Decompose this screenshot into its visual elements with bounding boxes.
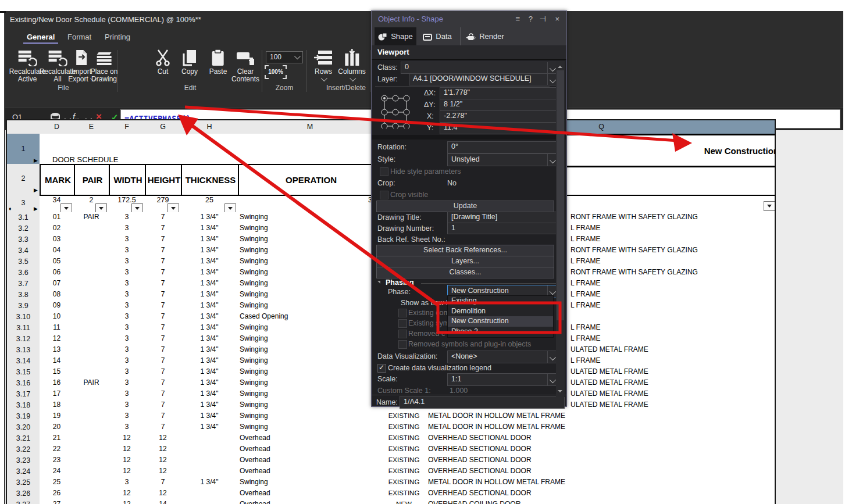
column-header-M[interactable]: M <box>238 120 383 134</box>
cell-d[interactable]: 03 <box>40 234 74 246</box>
cell-g[interactable]: 12 <box>145 466 181 478</box>
cell-e[interactable] <box>74 444 109 456</box>
cell-g[interactable]: 7 <box>145 400 181 412</box>
cell-status[interactable]: EXISTING <box>382 444 426 456</box>
cell-d[interactable]: 24 <box>40 466 74 478</box>
cell-d[interactable]: 17 <box>40 389 74 401</box>
cell-g[interactable]: 7 <box>145 345 181 356</box>
row-header[interactable]: 3.21 <box>7 433 40 445</box>
style-select[interactable]: Unstyled <box>447 153 558 166</box>
cell-f[interactable]: 3 <box>109 389 145 401</box>
select-back-references-button[interactable]: Select Back References... <box>376 245 554 256</box>
pin-icon[interactable]: ⊣ <box>540 11 546 27</box>
cell-g[interactable]: 12 <box>145 455 181 467</box>
cell-g[interactable]: 7 <box>145 256 181 268</box>
cell-f[interactable]: 3 <box>109 422 145 434</box>
cell-g[interactable]: 7 <box>145 334 181 345</box>
row-header[interactable]: 3.5 <box>7 256 40 268</box>
cell-d[interactable]: 27 <box>40 499 74 504</box>
cell-f[interactable]: 3 <box>109 356 145 367</box>
cell-f[interactable]: 3 <box>109 400 145 412</box>
cell-e[interactable] <box>74 334 109 345</box>
row-header[interactable]: 3.23 <box>7 455 40 467</box>
cell-h[interactable]: 1 3/4" <box>181 312 238 323</box>
row-header-1[interactable]: 1▶ <box>7 134 40 165</box>
cell-operation[interactable]: Swinging <box>238 400 384 412</box>
cell-h[interactable]: 1 3/4" <box>181 245 238 257</box>
cell-g[interactable]: 7 <box>145 301 181 312</box>
cell-h[interactable]: 1 3/4" <box>181 345 238 356</box>
cell-d[interactable]: 06 <box>40 267 74 279</box>
row-header[interactable]: 3.2 <box>7 223 40 235</box>
row-header-2[interactable]: 2▶ <box>7 164 40 194</box>
dropdown-item-phase-2[interactable]: Phase 2 <box>448 327 553 337</box>
row-header[interactable]: 3.19 <box>7 411 40 423</box>
cell-e[interactable] <box>74 323 109 334</box>
row-header[interactable]: 3.25 <box>7 477 40 489</box>
cell-e[interactable]: PAIR <box>74 212 109 224</box>
cell-f[interactable]: 12 <box>109 444 145 456</box>
cell-f[interactable]: 3 <box>109 278 145 290</box>
row-header[interactable]: 3.4 <box>7 245 40 257</box>
cell-e[interactable] <box>74 245 109 257</box>
copy-button[interactable]: Copy <box>181 49 198 76</box>
cell-operation[interactable]: Swinging <box>238 212 384 224</box>
row-header[interactable]: 3.11 <box>7 323 40 334</box>
cell-g[interactable]: 7 <box>145 323 181 334</box>
cell-g[interactable]: 7 <box>145 267 181 279</box>
cell-g[interactable]: 7 <box>145 223 181 235</box>
cell-operation[interactable]: Overhead <box>238 499 384 504</box>
cell-h[interactable]: 1 3/4" <box>181 378 238 389</box>
cell-e[interactable] <box>74 433 109 445</box>
cell-e[interactable] <box>74 488 109 500</box>
cell-d[interactable]: 13 <box>40 345 74 356</box>
row-header[interactable]: 3.17 <box>7 389 40 401</box>
row-header[interactable]: 3.22 <box>7 444 40 456</box>
layers-button[interactable]: Layers... <box>376 256 554 267</box>
cell-f[interactable]: 3 <box>109 256 145 268</box>
cell-operation[interactable]: Swinging <box>238 267 384 279</box>
cell-h[interactable]: 1 3/4" <box>181 267 238 279</box>
cell-d[interactable]: 19 <box>40 411 74 423</box>
cell-e[interactable] <box>74 301 109 312</box>
scale-select[interactable]: 1:1 <box>447 373 558 386</box>
cell-status[interactable]: EXISTING <box>382 488 426 500</box>
cell-f[interactable]: 3 <box>109 323 145 334</box>
cell-h[interactable] <box>181 499 238 504</box>
row-header[interactable]: 3.10 <box>7 312 40 323</box>
cell-operation[interactable]: Swinging <box>238 477 384 489</box>
x-field[interactable]: -2.278" <box>440 110 558 123</box>
cell-e[interactable] <box>74 345 109 356</box>
cell-g[interactable]: 7 <box>145 212 181 224</box>
dropdown-item-existing[interactable]: Existing <box>448 296 553 306</box>
cell-f[interactable]: 3 <box>109 223 145 235</box>
create-legend-checkbox[interactable]: ✓ <box>377 364 386 373</box>
cell-operation[interactable]: Overhead <box>238 444 384 456</box>
dropdown-item-demolition[interactable]: Demolition <box>448 306 553 317</box>
cell-h[interactable]: 1 3/4" <box>181 301 238 312</box>
cell-g[interactable]: 7 <box>145 289 181 301</box>
tab-render[interactable]: Render <box>460 27 509 45</box>
cell-f[interactable]: 3 <box>109 245 145 257</box>
cell-f[interactable]: 3 <box>109 289 145 301</box>
cell-h[interactable] <box>181 433 238 445</box>
cell-d[interactable]: 21 <box>40 433 74 445</box>
cell-status[interactable]: EXISTING <box>382 411 426 423</box>
drawing-number-field[interactable]: 1 <box>447 223 558 234</box>
cell-status[interactable]: EXISTING <box>382 433 426 445</box>
cell-description[interactable]: METAL DOOR IN HOLLOW METAL FRAME <box>426 411 776 423</box>
cell-g[interactable]: 12 <box>145 433 181 445</box>
cell-description[interactable]: METAL DOOR IN HOLLOW METAL FRAME <box>426 477 776 489</box>
cell-d[interactable]: 16 <box>40 378 74 389</box>
cell-h[interactable]: 1 3/4" <box>181 212 238 224</box>
cell-description[interactable]: OVERHEAD SECTIONAL DOOR <box>426 444 776 456</box>
cell-e[interactable] <box>74 234 109 246</box>
cell-d[interactable]: 25 <box>40 477 74 489</box>
cell-d[interactable]: 05 <box>40 256 74 268</box>
cell-e[interactable]: PAIR <box>74 378 109 389</box>
cell-g[interactable]: 7 <box>145 278 181 290</box>
cell-h[interactable]: 1 3/4" <box>181 422 238 434</box>
cell-operation[interactable]: Swinging <box>238 422 384 434</box>
cell-e[interactable] <box>74 278 109 290</box>
cell-description[interactable]: METAL DOOR IN HOLLOW METAL FRAME <box>426 422 776 434</box>
